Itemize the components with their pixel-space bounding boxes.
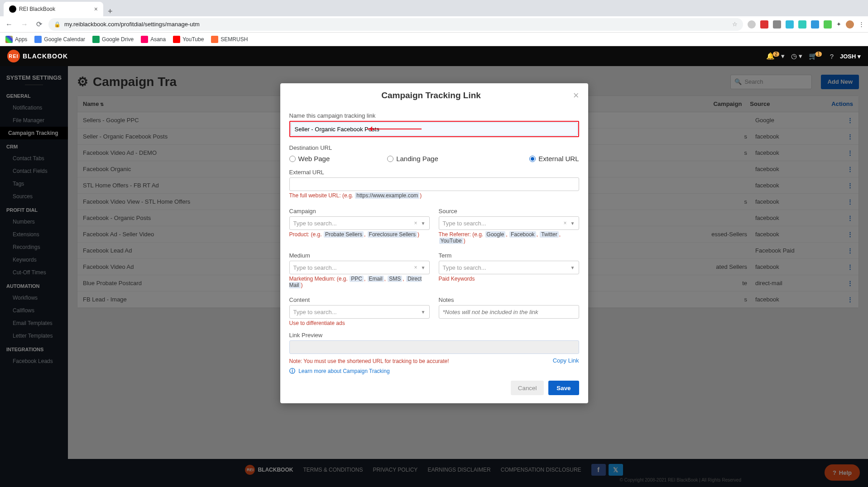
bookmark-bar: Apps Google Calendar Google Drive Asana …: [0, 33, 868, 46]
destination-radios: Web Page Landing Page External URL: [289, 155, 579, 162]
extension-icons: ✦ ⋮: [748, 20, 864, 29]
learn-more-link[interactable]: Learn more about Campaign Tracking: [298, 368, 389, 374]
logo[interactable]: REI BLACKBOOK: [7, 50, 68, 62]
content-label: Content: [289, 296, 430, 303]
name-label: Name this campaign tracking link: [289, 112, 579, 119]
preview-hint: Note: You must use the shortened URL for…: [289, 358, 449, 364]
term-hint: Paid Keywords: [439, 276, 579, 282]
user-menu[interactable]: JOSH ▾: [840, 53, 861, 60]
bookmark-item[interactable]: Google Drive: [92, 36, 134, 43]
exturl-label: External URL: [289, 169, 579, 176]
source-label: Source: [439, 208, 579, 215]
tab-bar: REI BlackBook × +: [0, 0, 868, 16]
name-input[interactable]: [291, 122, 578, 136]
notes-input[interactable]: [439, 305, 579, 319]
puzzle-icon[interactable]: ✦: [836, 21, 841, 28]
dest-label: Destination URL: [289, 144, 579, 151]
logo-badge: REI: [7, 50, 20, 62]
browser-tab[interactable]: REI BlackBook ×: [4, 2, 103, 16]
ext-icon[interactable]: [811, 20, 819, 29]
tab-title: REI BlackBook: [19, 6, 55, 12]
help-icon[interactable]: ?: [830, 53, 834, 60]
arrow-annotation: [367, 129, 422, 129]
bell-icon[interactable]: 🔔2▾: [766, 52, 785, 60]
medium-select[interactable]: Type to search...×▼: [289, 261, 430, 274]
cancel-button[interactable]: Cancel: [511, 381, 544, 395]
chevron-down-icon: ▼: [571, 265, 575, 270]
app-header: REI BLACKBOOK 🔔2▾ ◷ ▾ 🛒1 ? JOSH ▾: [0, 46, 868, 66]
ext-icon[interactable]: [760, 20, 768, 29]
ext-icon[interactable]: [824, 20, 832, 29]
ext-icon[interactable]: [786, 20, 794, 29]
ext-icon[interactable]: [798, 20, 806, 29]
new-tab-button[interactable]: +: [103, 7, 117, 16]
source-select[interactable]: Type to search...×▼: [439, 216, 579, 230]
modal-overlay: Campaign Tracking Link × Name this campa…: [0, 66, 868, 487]
star-icon[interactable]: ☆: [732, 21, 738, 28]
reload-icon[interactable]: ⟳: [34, 18, 44, 30]
ext-icon[interactable]: [748, 20, 756, 29]
chevron-down-icon: ▼: [571, 221, 575, 226]
campaign-label: Campaign: [289, 208, 430, 215]
clear-icon[interactable]: ×: [563, 220, 566, 226]
notes-label: Notes: [439, 296, 579, 303]
forward-icon[interactable]: →: [19, 19, 30, 30]
bookmark-item[interactable]: SEMRUSH: [211, 36, 248, 43]
chevron-down-icon: ▼: [421, 265, 426, 270]
url-text: my.reiblackbook.com/profitdial/settings/…: [64, 21, 200, 28]
external-url-input[interactable]: [289, 177, 579, 191]
menu-icon[interactable]: ⋮: [858, 21, 864, 28]
close-icon[interactable]: ×: [94, 5, 98, 13]
chevron-down-icon: ▼: [421, 221, 426, 226]
ext-icon[interactable]: [773, 20, 781, 29]
campaign-tracking-modal: Campaign Tracking Link × Name this campa…: [280, 83, 588, 403]
address-bar: ← → ⟳ 🔒 my.reiblackbook.com/profitdial/s…: [0, 16, 868, 33]
save-button[interactable]: Save: [548, 381, 579, 395]
bookmark-item[interactable]: YouTube: [173, 36, 204, 43]
tab-favicon: [9, 5, 16, 13]
content-select[interactable]: Type to search...▼: [289, 305, 430, 319]
source-hint: The Referrer: (e.g. Google, Facebook, Tw…: [439, 231, 579, 244]
campaign-hint: Product: (e.g. Probate Sellers, Foreclos…: [289, 231, 430, 238]
radio-web-page[interactable]: Web Page: [289, 155, 383, 162]
radio-external-url[interactable]: External URL: [485, 155, 579, 162]
info-icon: ⓘ: [289, 368, 295, 374]
clear-icon[interactable]: ×: [414, 264, 417, 271]
modal-title: Campaign Tracking Link: [289, 91, 573, 100]
clear-icon[interactable]: ×: [414, 220, 417, 226]
browser-chrome: REI BlackBook × + ← → ⟳ 🔒 my.reiblackboo…: [0, 0, 868, 46]
medium-hint: Marketing Medium: (e.g. PPC, Email, SMS,…: [289, 276, 430, 288]
term-label: Term: [439, 252, 579, 259]
clock-icon[interactable]: ◷ ▾: [791, 52, 802, 60]
exturl-hint: The full website URL: (e.g. https://www.…: [289, 192, 579, 199]
close-icon[interactable]: ×: [573, 91, 579, 100]
preview-input: [289, 340, 579, 354]
cart-icon[interactable]: 🛒1: [809, 52, 824, 60]
bookmark-item[interactable]: Google Calendar: [34, 36, 85, 43]
copy-link[interactable]: Copy Link: [553, 357, 579, 364]
preview-label: Link Preview: [289, 332, 579, 339]
url-field[interactable]: 🔒 my.reiblackbook.com/profitdial/setting…: [48, 18, 743, 31]
back-icon[interactable]: ←: [4, 19, 14, 30]
campaign-select[interactable]: Type to search...×▼: [289, 216, 430, 230]
lock-icon: 🔒: [54, 21, 61, 28]
content-hint: Use to differentiate ads: [289, 320, 430, 326]
chevron-down-icon: ▼: [421, 310, 426, 315]
apps-button[interactable]: Apps: [5, 36, 27, 43]
avatar-icon[interactable]: [846, 20, 854, 29]
medium-label: Medium: [289, 252, 430, 259]
bookmark-item[interactable]: Asana: [141, 36, 166, 43]
highlight-annotation: [289, 121, 579, 137]
header-right: 🔔2▾ ◷ ▾ 🛒1 ? JOSH ▾: [766, 52, 861, 60]
logo-text: BLACKBOOK: [23, 53, 68, 60]
radio-landing-page[interactable]: Landing Page: [387, 155, 481, 162]
term-select[interactable]: Type to search...▼: [439, 261, 579, 274]
